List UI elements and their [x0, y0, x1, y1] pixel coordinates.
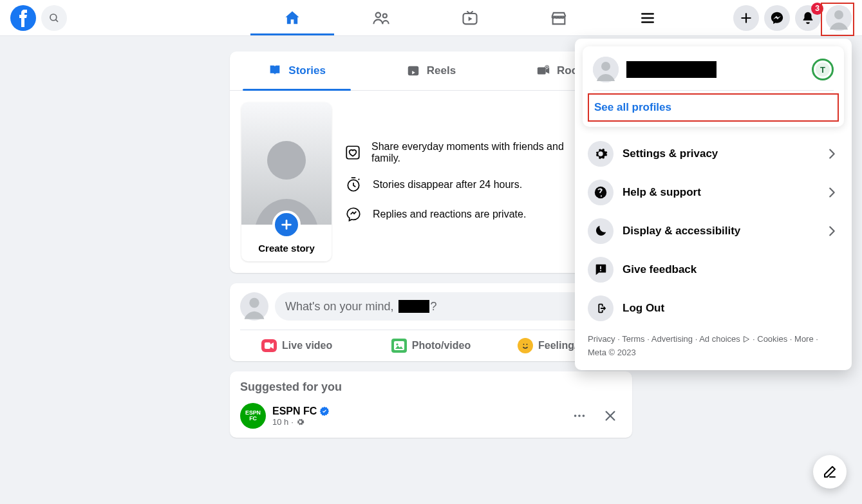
composer-photo-video[interactable]: Photo/video [364, 330, 498, 361]
svg-rect-14 [538, 68, 546, 75]
svg-point-4 [382, 14, 386, 17]
footer-link[interactable]: More [794, 334, 814, 344]
tab-reels[interactable]: Reels [364, 51, 498, 90]
svg-point-28 [396, 343, 398, 345]
chevron-right-icon [825, 147, 839, 161]
svg-point-19 [267, 141, 306, 180]
logout-icon [594, 301, 608, 315]
svg-point-31 [574, 415, 577, 417]
reels-icon [406, 64, 420, 78]
redacted-account-name [626, 61, 717, 78]
composer-input[interactable]: What's on your mind, ? [275, 292, 622, 321]
avatar-icon [826, 5, 852, 31]
messenger-icon [770, 11, 784, 25]
suggested-card: Suggested for you ESPN FC ESPN FC 10 h · [230, 371, 632, 438]
facebook-logo[interactable] [10, 5, 36, 31]
nav-menu[interactable] [606, 0, 689, 35]
footer-link[interactable]: Ad choices [699, 334, 740, 344]
svg-point-1 [50, 14, 57, 21]
svg-point-29 [523, 344, 525, 345]
compose-icon [822, 464, 838, 480]
svg-point-30 [527, 344, 528, 345]
menu-give-feedback[interactable]: Give feedback [583, 250, 844, 289]
tab-stories-label: Stories [288, 64, 326, 77]
heart-card-icon [344, 144, 361, 161]
post-more-button[interactable] [568, 404, 591, 427]
feedback-icon [594, 263, 608, 277]
story-info-2: Stories disappear after 24 hours. [344, 176, 572, 194]
footer-link[interactable]: Terms [622, 334, 644, 344]
menu-icon [639, 10, 656, 26]
svg-point-33 [583, 415, 585, 417]
top-navigation: 3 [0, 0, 862, 36]
stories-icon [268, 64, 282, 78]
marketplace-icon [550, 9, 568, 27]
account-button[interactable] [826, 5, 852, 31]
menu-help-support[interactable]: Help & support [583, 173, 844, 212]
menu-display-accessibility[interactable]: Display & accessibility [583, 212, 844, 250]
menu-settings-privacy[interactable]: Settings & privacy [583, 135, 844, 173]
menu-logout[interactable]: Log Out [583, 289, 844, 328]
svg-point-37 [601, 62, 610, 71]
switch-profile-button[interactable]: T [812, 59, 834, 80]
gear-icon [594, 147, 608, 161]
page-avatar[interactable]: ESPN FC [240, 403, 266, 429]
svg-point-12 [834, 10, 843, 19]
svg-point-32 [578, 415, 581, 417]
story-info-1: Share everyday moments with friends and … [344, 141, 572, 164]
composer-card: What's on your mind, ? Live video Photo/… [230, 283, 632, 361]
adchoices-icon [742, 335, 750, 343]
moon-icon [594, 224, 608, 238]
create-button[interactable] [733, 5, 759, 31]
svg-rect-40 [600, 270, 601, 271]
search-button[interactable] [41, 5, 67, 31]
create-story-tile[interactable]: Create story [241, 102, 332, 261]
post-time[interactable]: 10 h [272, 417, 288, 427]
close-icon [603, 409, 617, 423]
avatar-placeholder-icon [241, 102, 332, 225]
svg-point-3 [375, 12, 380, 17]
svg-rect-13 [408, 66, 419, 76]
smile-icon [520, 341, 530, 351]
composer-avatar[interactable] [240, 292, 268, 321]
composer-live-video[interactable]: Live video [230, 330, 364, 361]
notifications-badge: 3 [811, 3, 823, 15]
redacted-name [398, 300, 429, 313]
nav-friends[interactable] [339, 0, 423, 35]
svg-rect-26 [265, 342, 270, 349]
svg-rect-22 [346, 146, 359, 159]
rooms-icon [536, 64, 550, 78]
account-avatar [593, 57, 619, 82]
friends-icon [372, 9, 390, 27]
stories-card: Stories Reels Rooms [230, 51, 632, 273]
post-close-button[interactable] [599, 404, 622, 427]
add-story-icon [272, 210, 301, 239]
nav-marketplace[interactable] [517, 0, 601, 35]
svg-point-25 [249, 298, 259, 308]
account-menu: T See all profiles Settings & privacy He… [575, 39, 852, 370]
photo-icon [394, 341, 404, 350]
account-menu-footer: Privacy · Terms · Advertising · Ad choic… [583, 328, 844, 362]
svg-line-2 [55, 19, 58, 22]
messenger-outline-icon [345, 206, 362, 223]
footer-link[interactable]: Privacy [588, 334, 615, 344]
tab-stories[interactable]: Stories [230, 51, 364, 90]
footer-link[interactable]: Cookies [757, 334, 787, 344]
notifications-button[interactable]: 3 [795, 5, 821, 31]
account-profile-row[interactable]: T [588, 51, 839, 88]
new-message-button[interactable] [813, 455, 847, 489]
gear-icon[interactable] [296, 418, 305, 426]
footer-link[interactable]: Advertising [651, 334, 693, 344]
chevron-right-icon [825, 224, 839, 238]
nav-home[interactable] [250, 0, 334, 35]
see-all-profiles-link[interactable]: See all profiles [588, 93, 839, 122]
nav-watch[interactable] [428, 0, 512, 35]
tab-reels-label: Reels [427, 64, 456, 77]
messenger-button[interactable] [764, 5, 790, 31]
watch-icon [461, 9, 479, 27]
chevron-right-icon [825, 185, 839, 200]
live-video-icon [265, 342, 274, 350]
more-icon [572, 409, 586, 423]
timer-icon [345, 176, 362, 193]
page-name-link[interactable]: ESPN FC [272, 406, 330, 417]
